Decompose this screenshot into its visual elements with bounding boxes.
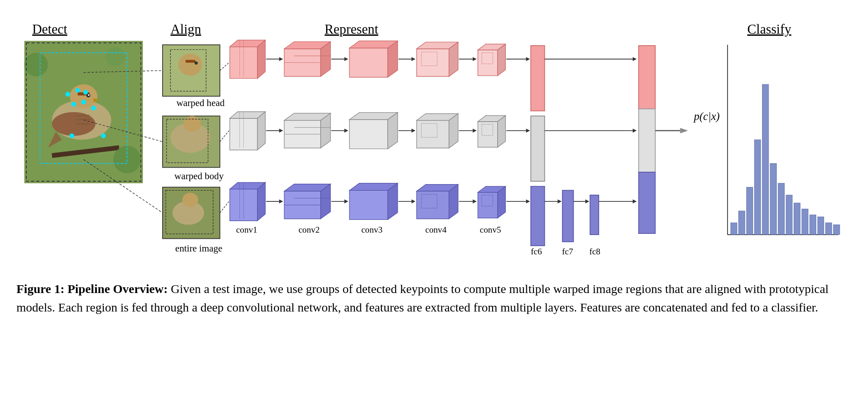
bar-5 xyxy=(762,84,769,235)
arrow-f6-head xyxy=(558,199,562,203)
thumb-head-eye xyxy=(195,61,198,65)
arrow-f8-head xyxy=(633,199,637,203)
header-classify: Classify xyxy=(747,22,792,37)
label-fc8: fc8 xyxy=(589,247,600,256)
body-conv1-right xyxy=(257,112,265,150)
thumb-body-head xyxy=(184,116,201,132)
thumb-head-bird xyxy=(178,53,202,76)
bird-eye-highlight xyxy=(88,94,90,96)
bar-11 xyxy=(810,215,816,235)
label-conv4: conv4 xyxy=(425,225,447,235)
arrow-h4-head xyxy=(473,57,477,61)
caption-area: Figure 1: Pipeline Overview: Given a tes… xyxy=(16,279,852,316)
keypoint-3 xyxy=(83,90,88,95)
head-thumb-label: warped head xyxy=(177,97,225,108)
full-conv5-right xyxy=(498,187,505,218)
bar-12 xyxy=(817,217,824,235)
diagram-svg: Detect Align Represent Classify xyxy=(16,12,852,267)
diagram-area: Detect Align Represent Classify xyxy=(16,12,852,267)
bar-2 xyxy=(739,211,745,235)
keypoint-5 xyxy=(81,100,86,105)
arrow-concat-to-chart-head xyxy=(680,128,688,133)
full-fc7 xyxy=(563,190,574,242)
full-fc6 xyxy=(531,187,545,246)
concat-top xyxy=(638,46,655,109)
label-conv1: conv1 xyxy=(236,225,257,235)
keypoint-7 xyxy=(101,134,106,138)
keypoint-6 xyxy=(91,106,96,111)
label-fc6: fc6 xyxy=(531,247,542,256)
full-conv1-right xyxy=(257,182,265,221)
arrow-f4-head xyxy=(473,199,477,203)
full-conv3-front xyxy=(349,190,388,219)
arrow-b3-head xyxy=(411,129,416,133)
arrow-h5-head xyxy=(526,57,530,61)
arrow-f5-head xyxy=(526,199,530,203)
arrow-h2-head xyxy=(344,57,349,61)
arrow-b-to-concat-head xyxy=(633,129,637,133)
body-conv3-front xyxy=(349,120,388,149)
dashed-full-in xyxy=(220,201,229,213)
bar-7 xyxy=(778,183,784,235)
label-fc7: fc7 xyxy=(562,247,573,256)
bar-9 xyxy=(794,203,800,235)
label-conv3: conv3 xyxy=(361,225,383,235)
arrow-f3-head xyxy=(411,199,416,203)
header-align: Align xyxy=(170,22,201,37)
arrow-f7-head xyxy=(586,199,590,203)
bar-14 xyxy=(834,225,840,235)
main-container: Detect Align Represent Classify xyxy=(0,0,868,397)
foliage2 xyxy=(105,47,125,67)
arrow-b2-head xyxy=(344,129,349,133)
arrow-f2-head xyxy=(344,199,349,203)
body-fc6 xyxy=(531,116,545,181)
keypoint-1 xyxy=(65,92,70,97)
keypoint-8 xyxy=(69,134,74,138)
header-detect: Detect xyxy=(32,22,67,37)
body-conv5-right xyxy=(498,115,505,147)
arrow-h1-head xyxy=(279,57,283,61)
bar-10 xyxy=(802,209,808,235)
bar-1 xyxy=(731,223,737,235)
body-conv5-front xyxy=(478,122,498,148)
keypoint-2 xyxy=(75,88,80,93)
dashed-head-in xyxy=(220,62,229,70)
full-conv5-front xyxy=(478,192,498,218)
bar-4 xyxy=(754,140,760,235)
pcx-label: p(c|x) xyxy=(693,110,720,122)
bar-6 xyxy=(770,164,776,235)
thumb-head-crown xyxy=(186,60,195,63)
arrow-h-to-concat-head xyxy=(633,57,637,61)
arrow-f1-head xyxy=(279,199,283,203)
header-represent: Represent xyxy=(324,22,378,37)
keypoint-4 xyxy=(71,102,76,107)
full-fc8 xyxy=(590,195,599,235)
label-conv5: conv5 xyxy=(480,225,501,235)
concat-mid xyxy=(638,109,655,172)
head-fc6 xyxy=(531,46,545,111)
label-conv2: conv2 xyxy=(299,225,320,235)
arrow-h3-head xyxy=(411,57,416,61)
concat-bot xyxy=(638,172,655,233)
dashed-body-in xyxy=(220,131,229,142)
bar-8 xyxy=(786,195,792,235)
head-conv5-right xyxy=(498,44,505,76)
bar-3 xyxy=(746,187,753,234)
bar-13 xyxy=(825,223,831,235)
arrow-b5-head xyxy=(526,129,530,133)
caption-bold: Figure 1: Pipeline Overview: xyxy=(16,282,168,295)
head-conv5-front xyxy=(478,50,498,76)
thumb-full-head xyxy=(182,193,198,207)
full-thumb-label: entire image xyxy=(175,243,223,254)
head-conv1-right xyxy=(257,40,265,78)
foliage1 xyxy=(24,53,48,76)
arrow-b1-head xyxy=(279,129,283,133)
head-conv3-front xyxy=(349,48,388,77)
arrow-b4-head xyxy=(473,129,477,133)
body-thumb-label: warped body xyxy=(175,171,224,181)
